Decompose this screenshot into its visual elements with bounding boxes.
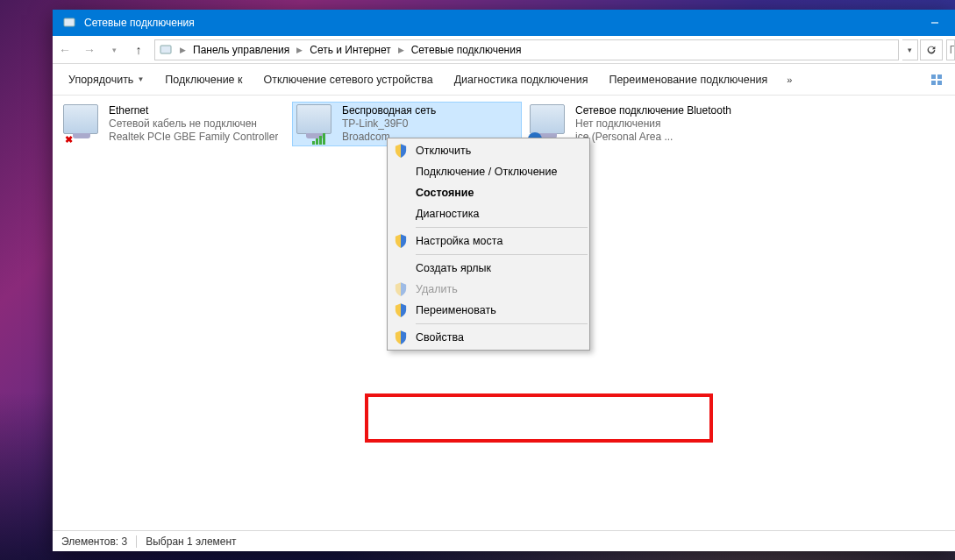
wifi-signal-icon — [312, 133, 325, 145]
disable-device-button[interactable]: Отключение сетевого устройства — [253, 64, 444, 95]
menu-rename[interactable]: Переименовать — [388, 300, 589, 321]
connection-name: Беспроводная сеть — [342, 104, 436, 117]
back-button[interactable]: ← — [53, 36, 77, 64]
menu-label: Диагностика — [416, 208, 479, 220]
status-separator — [136, 535, 137, 548]
uac-shield-icon — [395, 144, 407, 158]
uac-shield-icon — [395, 282, 407, 296]
context-menu: Отключить Подключение / Отключение Состо… — [387, 138, 590, 351]
breadcrumb-icon — [157, 44, 175, 56]
connect-to-button[interactable]: Подключение к — [154, 64, 253, 95]
toolbar-overflow-button[interactable]: » — [778, 64, 801, 95]
connection-device: ice (Personal Area ... — [575, 131, 731, 144]
connection-device: Realtek PCIe GBE Family Controller — [109, 131, 278, 144]
recent-dropdown[interactable]: ▾ — [102, 36, 126, 64]
connection-status: TP-Link_39F0 — [342, 117, 436, 131]
breadcrumb-network-connections[interactable]: Сетевые подключения — [408, 40, 525, 60]
menu-label: Отключить — [416, 145, 471, 157]
menu-separator — [416, 323, 588, 324]
menu-delete[interactable]: Удалить — [388, 279, 589, 300]
network-adapter-icon: ✖ — [63, 104, 102, 143]
view-icons-button[interactable] — [927, 70, 946, 89]
titlebar: Сетевые подключения — [53, 10, 955, 36]
menu-bridge[interactable]: Настройка моста — [388, 230, 589, 252]
menu-disable[interactable]: Отключить — [388, 140, 589, 161]
command-bar: Упорядочить▼ Подключение к Отключение се… — [53, 64, 955, 96]
menu-create-shortcut[interactable]: Создать ярлык — [388, 258, 589, 279]
uac-shield-icon — [395, 303, 407, 317]
chevron-right-icon[interactable]: ▶ — [395, 46, 408, 54]
connection-status: Нет подключения — [575, 117, 731, 131]
menu-properties[interactable]: Свойства — [388, 327, 589, 348]
connection-name: Сетевое подключение Bluetooth — [575, 104, 731, 117]
uac-shield-icon — [395, 330, 407, 344]
refresh-button[interactable] — [920, 39, 943, 60]
rename-connection-button[interactable]: Переименование подключения — [598, 64, 778, 95]
svg-rect-0 — [64, 18, 75, 26]
svg-rect-4 — [937, 74, 942, 79]
chevron-right-icon[interactable]: ▶ — [293, 46, 306, 54]
address-bar: ← → ▾ ↑ ▶ Панель управления ▶ Сеть и Инт… — [53, 36, 955, 64]
menu-separator — [416, 227, 588, 228]
chevron-right-icon[interactable]: ▶ — [176, 46, 189, 54]
svg-rect-3 — [931, 74, 936, 79]
status-selection: Выбран 1 элемент — [146, 535, 236, 548]
organize-button[interactable]: Упорядочить▼ — [58, 64, 154, 95]
menu-label: Подключение / Отключение — [416, 166, 557, 178]
menu-label: Удалить — [416, 283, 458, 295]
svg-rect-2 — [160, 46, 171, 53]
menu-label: Переименовать — [416, 304, 496, 316]
menu-label: Состояние — [416, 187, 474, 199]
breadcrumb-control-panel[interactable]: Панель управления — [189, 40, 293, 60]
menu-connect-disconnect[interactable]: Подключение / Отключение — [388, 161, 589, 182]
organize-label: Упорядочить — [68, 74, 133, 86]
menu-status[interactable]: Состояние — [388, 182, 589, 203]
breadcrumb[interactable]: ▶ Панель управления ▶ Сеть и Интернет ▶ … — [154, 39, 899, 60]
disconnected-x-icon: ✖ — [61, 132, 75, 146]
connection-status: Сетевой кабель не подключен — [109, 117, 278, 131]
forward-button[interactable]: → — [77, 36, 102, 64]
menu-label: Создать ярлык — [416, 262, 491, 274]
window-title: Сетевые подключения — [84, 17, 915, 29]
connection-ethernet[interactable]: ✖ Ethernet Сетевой кабель не подключен R… — [60, 103, 288, 145]
network-adapter-icon — [296, 104, 335, 143]
network-connections-window: Сетевые подключения ← → ▾ ↑ ▶ Панель упр… — [53, 10, 955, 551]
menu-label: Настройка моста — [416, 235, 502, 247]
up-button[interactable]: ↑ — [126, 36, 151, 64]
menu-separator — [416, 254, 588, 255]
diagnose-button[interactable]: Диагностика подключения — [444, 64, 599, 95]
content-area: ✖ Ethernet Сетевой кабель не подключен R… — [53, 96, 955, 530]
status-item-count: Элементов: 3 — [61, 535, 127, 548]
breadcrumb-network-internet[interactable]: Сеть и Интернет — [306, 40, 394, 60]
menu-diagnose[interactable]: Диагностика — [388, 203, 589, 224]
status-bar: Элементов: 3 Выбран 1 элемент — [53, 530, 955, 551]
svg-rect-5 — [931, 81, 936, 85]
annotation-highlight — [365, 393, 713, 443]
search-input[interactable]: П — [946, 39, 955, 60]
connection-name: Ethernet — [109, 104, 278, 117]
uac-shield-icon — [395, 234, 407, 248]
svg-rect-6 — [937, 81, 942, 85]
window-icon — [60, 17, 79, 29]
minimize-button[interactable] — [915, 10, 955, 36]
address-dropdown[interactable]: ▾ — [902, 39, 918, 60]
menu-label: Свойства — [416, 331, 464, 344]
